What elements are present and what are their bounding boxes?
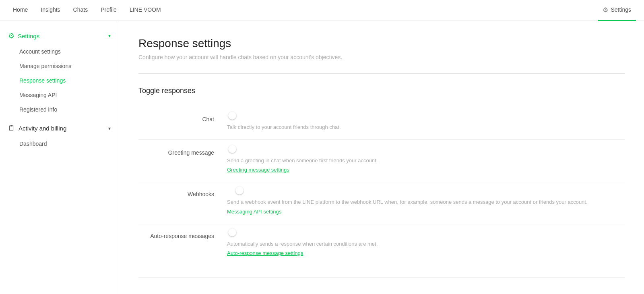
settings-chevron-icon: ▾	[108, 33, 111, 39]
nav-items: Home Insights Chats Profile LINE VOOM	[8, 0, 598, 21]
sidebar-item-registered-info[interactable]: Registered info	[0, 102, 119, 117]
sidebar-item-messaging-api[interactable]: Messaging API	[0, 88, 119, 102]
sidebar-item-dashboard[interactable]: Dashboard	[0, 137, 119, 151]
toggle-label-chat: Chat	[138, 114, 227, 122]
section-divider	[138, 73, 625, 74]
settings-gear-icon: ⚙	[8, 31, 14, 40]
sidebar: ⚙ Settings ▾ Account settings Manage per…	[0, 21, 119, 294]
main-content: Response settings Configure how your acc…	[119, 21, 644, 294]
toggle-row-greeting: Greeting message Send a greeting in chat…	[138, 140, 625, 182]
top-nav: Home Insights Chats Profile LINE VOOM ⚙ …	[0, 0, 644, 21]
billing-icon: 🗒	[8, 124, 15, 133]
toggle-row-autoresponse: Auto-response messages Automatically sen…	[138, 223, 625, 265]
billing-section-label: Activity and billing	[19, 125, 66, 132]
toggle-desc-greeting: Send a greeting in chat when someone fir…	[227, 157, 625, 165]
toggle-label-autoresponse: Auto-response messages	[138, 231, 227, 239]
autoresponse-settings-link[interactable]: Auto-response message settings	[227, 250, 303, 256]
toggle-rows: Chat Talk directly to your account frien…	[138, 106, 625, 264]
nav-insights[interactable]: Insights	[36, 0, 65, 21]
sidebar-billing-section[interactable]: 🗒 Activity and billing ▾	[0, 120, 119, 137]
toggle-desc-chat: Talk directly to your account friends th…	[227, 123, 625, 131]
settings-section-title: ⚙ Settings	[8, 31, 39, 40]
toggle-label-webhooks: Webhooks	[138, 189, 227, 197]
settings-label: Settings	[611, 6, 631, 13]
billing-section-title: 🗒 Activity and billing	[8, 124, 66, 133]
sidebar-settings-section[interactable]: ⚙ Settings ▾	[0, 27, 119, 44]
sidebar-item-response-settings[interactable]: Response settings	[0, 73, 119, 88]
nav-home[interactable]: Home	[8, 0, 33, 21]
bottom-divider	[138, 277, 625, 277]
gear-icon: ⚙	[603, 6, 608, 14]
nav-profile[interactable]: Profile	[96, 0, 122, 21]
toggle-row-webhooks: Webhooks Send a webhook event from the L…	[138, 181, 625, 223]
toggle-content-webhooks: Send a webhook event from the LINE platf…	[227, 189, 625, 215]
billing-chevron-icon: ▾	[108, 126, 111, 131]
nav-linevoom[interactable]: LINE VOOM	[125, 0, 166, 21]
toggle-desc-autoresponse: Automatically sends a response when cert…	[227, 240, 625, 248]
page-subtitle: Configure how your account will handle c…	[138, 54, 625, 60]
page-title: Response settings	[138, 37, 625, 50]
main-layout: ⚙ Settings ▾ Account settings Manage per…	[0, 21, 644, 294]
section-heading: Toggle responses	[138, 87, 625, 95]
toggle-desc-webhooks: Send a webhook event from the LINE platf…	[227, 198, 625, 206]
sidebar-item-account-settings[interactable]: Account settings	[0, 44, 119, 59]
toggle-content-chat: Talk directly to your account friends th…	[227, 114, 625, 131]
toggle-row-chat: Chat Talk directly to your account frien…	[138, 106, 625, 140]
nav-chats[interactable]: Chats	[68, 0, 93, 21]
toggle-content-greeting: Send a greeting in chat when someone fir…	[227, 148, 625, 173]
settings-section-label: Settings	[18, 33, 39, 39]
nav-settings[interactable]: ⚙ Settings	[598, 0, 636, 21]
toggle-label-greeting: Greeting message	[138, 148, 227, 156]
sidebar-item-manage-permissions[interactable]: Manage permissions	[0, 59, 119, 73]
greeting-message-settings-link[interactable]: Greeting message settings	[227, 167, 289, 173]
messaging-api-settings-link[interactable]: Messaging API settings	[227, 209, 281, 215]
toggle-content-autoresponse: Automatically sends a response when cert…	[227, 231, 625, 257]
